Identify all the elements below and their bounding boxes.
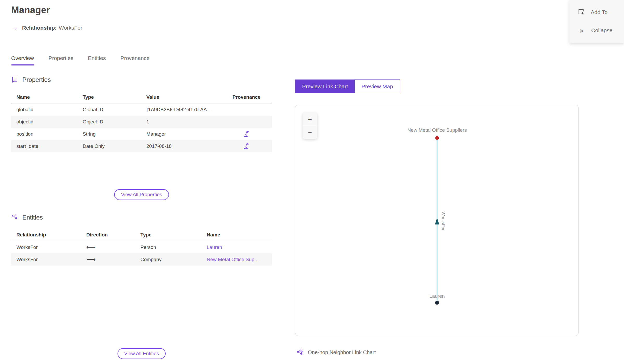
zoom-in-button[interactable]: + [303,113,317,126]
properties-icon [11,76,18,84]
entity-type: Person [140,244,207,250]
entities-table: Relationship Direction Type Name WorksFo… [11,228,272,266]
entities-section-title: Entities [22,214,43,221]
entity-type: Company [140,257,207,262]
direction-right-arrow-icon: ⟶ [86,256,140,263]
entities-section-header: Entities [11,214,272,221]
tab-overview[interactable]: Overview [11,55,34,65]
direction-left-arrow-icon: ⟵ [86,243,140,251]
company-node-label: New Metal Office Suppliers [407,127,467,133]
preview-map-button[interactable]: Preview Map [355,80,400,93]
table-row: position String Manager [11,128,272,140]
col-provenance: Provenance [221,94,272,100]
collapse-label: Collapse [591,27,613,34]
prop-type: Global ID [83,107,146,112]
table-row: WorksFor ⟵ Person Lauren [11,241,272,253]
entity-relationship: WorksFor [11,244,86,250]
properties-table: Name Type Value Provenance globalid Glob… [11,90,272,152]
action-card: Add To » Collapse [569,0,624,43]
overview-left-column: Properties Name Type Value Provenance gl… [11,76,272,359]
provenance-flag-icon[interactable] [221,130,272,137]
entity-name-link[interactable]: New Metal Office Sup... [207,257,272,262]
link-chart-graph[interactable]: WorksFor New Metal Office Suppliers Laur… [295,105,578,336]
collapse-icon: » [578,27,585,34]
properties-table-header: Name Type Value Provenance [11,90,272,103]
relationship-subtitle: → Relationship: WorksFor [12,25,82,31]
prop-value: 2017-08-18 [146,143,221,149]
view-all-properties-button[interactable]: View All Properties [114,189,169,200]
table-row: objectid Object ID 1 [11,116,272,128]
properties-section-header: Properties [11,76,272,84]
company-node[interactable] [435,136,439,140]
preview-link-chart-button[interactable]: Preview Link Chart [295,80,355,93]
prop-name: position [11,131,83,137]
entity-relationship: WorksFor [11,257,86,262]
chart-caption-text: One-hop Neighbor Link Chart [308,349,376,355]
add-to-button[interactable]: Add To [578,8,624,16]
relationship-value: WorksFor [59,25,82,31]
prop-type: Date Only [83,143,146,149]
relationship-arrow-icon: → [12,25,18,31]
zoom-control: + − [303,113,317,139]
edge-arrowhead-icon [435,218,439,224]
add-to-label: Add To [591,9,608,15]
view-all-entities-button[interactable]: View All Entities [118,348,166,359]
zoom-out-button[interactable]: − [303,126,317,139]
prop-type: String [83,131,146,137]
entities-icon [11,214,18,222]
tab-bar: Overview Properties Entities Provenance [11,55,150,65]
col-direction: Direction [86,232,140,238]
link-chart-panel[interactable]: + − WorksFor New Metal Office Suppliers … [295,105,578,336]
page-title: Manager [11,5,50,16]
prop-name: objectid [11,119,83,125]
properties-section-title: Properties [22,76,51,83]
col-relationship: Relationship [11,232,86,238]
col-type: Type [140,232,207,238]
table-row: globalid Global ID {1A9DB2B6-D482-4170-A… [11,103,272,116]
prop-name: globalid [11,107,83,112]
add-to-icon [578,8,584,16]
one-hop-link-chart-icon [296,348,304,357]
table-row: WorksFor ⟶ Company New Metal Office Sup.… [11,253,272,266]
tab-entities[interactable]: Entities [88,55,106,65]
prop-value: 1 [146,119,221,125]
prop-name: start_date [11,143,83,149]
chart-caption: One-hop Neighbor Link Chart [296,348,376,357]
preview-toggle: Preview Link Chart Preview Map [295,80,400,93]
col-name: Name [207,232,272,238]
provenance-flag-icon[interactable] [221,143,272,150]
table-row: start_date Date Only 2017-08-18 [11,140,272,152]
col-value: Value [146,94,221,100]
person-node-label: Lauren [429,293,445,299]
relationship-label: Relationship: [22,25,57,31]
prop-type: Object ID [83,119,146,125]
person-node[interactable] [435,301,439,305]
tab-properties[interactable]: Properties [49,55,74,65]
col-name: Name [11,94,83,100]
entity-name-link[interactable]: Lauren [207,244,272,250]
edge-label: WorksFor [441,211,446,231]
entities-table-header: Relationship Direction Type Name [11,228,272,241]
collapse-button[interactable]: » Collapse [578,27,624,34]
prop-value: {1A9DB2B6-D482-4170-AA... [146,107,221,112]
prop-value: Manager [146,131,221,137]
tab-provenance[interactable]: Provenance [120,55,150,65]
col-type: Type [83,94,146,100]
